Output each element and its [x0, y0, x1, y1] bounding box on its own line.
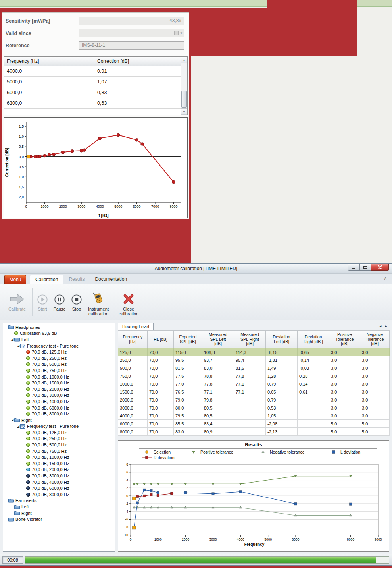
hearing-level-table: Frequency [Hz]HL [dB]Expected SPL [dB]Me… — [118, 330, 390, 436]
tree-item[interactable]: 70,0 dB, 8000,0 Hz — [3, 411, 115, 417]
sensitivity-field[interactable]: 43,89 — [79, 17, 184, 25]
hearing-row[interactable]: 250,070,095,593,795,4-1,81-0,143,03,0 — [118, 356, 390, 364]
red-backdrop-top — [267, 0, 357, 56]
menu-button[interactable]: Menu — [4, 275, 26, 284]
close-button[interactable] — [371, 264, 389, 271]
tree-item[interactable]: 70,0 dB, 1000,0 Hz — [3, 454, 115, 460]
expander-icon[interactable]: ◢ — [16, 425, 20, 428]
pause-button[interactable]: Pause — [52, 287, 67, 311]
calibrate-button[interactable]: Calibrate — [4, 287, 30, 311]
title-bar[interactable]: Audiometer calibration [TIME LIMITED] — [0, 264, 392, 274]
tree-item[interactable]: 70,0 dB, 4000,0 Hz — [3, 398, 115, 405]
minimize-button[interactable] — [348, 264, 359, 271]
tree-item[interactable]: 70,0 dB, 125,0 Hz — [3, 429, 115, 436]
instrument-calibration-button[interactable]: Instrument calibration — [85, 287, 111, 316]
correction-row[interactable]: 5000,01,07 — [4, 77, 181, 87]
tree-item[interactable]: Calibration 93,9 dB — [3, 330, 115, 337]
close-calibration-button[interactable]: Close calibration — [116, 287, 141, 316]
tree-item[interactable]: 70,0 dB, 750,0 Hz — [3, 448, 115, 454]
start-button[interactable]: Start — [35, 287, 50, 311]
reference-field[interactable]: IMS-8-11-1 — [79, 41, 184, 50]
expander-icon[interactable]: ◢ — [10, 418, 14, 422]
svg-text:Frequency: Frequency — [244, 542, 265, 547]
correction-row[interactable]: 6300,00,63 — [4, 98, 181, 109]
maximize-icon — [363, 266, 367, 269]
expander-icon[interactable]: ◢ — [16, 344, 20, 348]
screen: Sensitivity [mV/Pa] 43,89 Valid since 28… — [0, 0, 392, 568]
tree-item[interactable]: Right — [3, 510, 115, 516]
tree-item[interactable]: ◢Frequency test - Pure tone — [3, 423, 115, 430]
tree-item[interactable]: 70,0 dB, 3000,0 Hz — [3, 392, 115, 399]
hearing-row[interactable]: 750,070,077,578,877,81,280,283,03,0 — [118, 372, 390, 380]
date-dropdown-button[interactable]: ▾ — [169, 29, 184, 37]
hearing-col-header[interactable]: HL [dB] — [148, 331, 174, 348]
tree-item[interactable]: 70,0 dB, 750,0 Hz — [3, 367, 115, 374]
scroll-down-icon[interactable]: ▼ — [181, 108, 187, 115]
tree-item[interactable]: Headphones — [3, 324, 115, 330]
tree-item[interactable]: 70,0 dB, 1500,0 Hz — [3, 380, 115, 386]
tree-item[interactable]: Ear inserts — [3, 498, 115, 504]
toolbar-separator — [114, 288, 114, 316]
tree-item[interactable]: Left — [3, 504, 115, 510]
tree-item[interactable]: 70,0 dB, 250,0 Hz — [3, 436, 115, 442]
stop-button[interactable]: Stop — [69, 287, 84, 311]
hearing-col-header[interactable]: Negative Tolerance [dB] — [360, 331, 390, 348]
dot-dark-status-icon — [26, 480, 30, 484]
hearing-col-header[interactable]: Deviation Left [dB] — [266, 331, 298, 348]
tree-item[interactable]: 70,0 dB, 8000,0 Hz — [3, 491, 115, 498]
tree-item[interactable]: 70,0 dB, 2000,0 Hz — [3, 467, 115, 473]
correction-table-scrollbar[interactable]: ▲ ▼ — [181, 57, 187, 115]
hearing-col-header[interactable]: Frequency [Hz] — [118, 331, 148, 348]
tab-scroll-left-icon[interactable]: ◄ — [379, 325, 382, 328]
tree-item[interactable]: 70,0 dB, 4000,0 Hz — [3, 479, 115, 485]
tree-item[interactable]: 70,0 dB, 500,0 Hz — [3, 442, 115, 448]
tree-item[interactable]: 70,0 dB, 500,0 Hz — [3, 361, 115, 368]
correction-row[interactable]: 4000,00,91 — [4, 66, 181, 77]
tree-item[interactable]: Bone Vibrator — [3, 516, 115, 522]
expander-icon[interactable]: ◢ — [10, 338, 14, 341]
correction-row[interactable]: 6000,00,83 — [4, 87, 181, 98]
tree-item[interactable]: 70,0 dB, 2000,0 Hz — [3, 386, 115, 392]
tree-item[interactable]: 70,0 dB, 1500,0 Hz — [3, 460, 115, 467]
tree-item[interactable]: 70,0 dB, 125,0 Hz — [3, 349, 115, 355]
tree-item[interactable]: ◢Frequency test - Pure tone — [3, 343, 115, 349]
ribbon-collapse-icon[interactable]: ∧ — [384, 276, 387, 280]
correction-col-frequency[interactable]: Frequency [Hz] — [4, 57, 94, 66]
tree-item[interactable]: 70,0 dB, 3000,0 Hz — [3, 473, 115, 479]
correction-col-correction[interactable]: Correction [dB] — [94, 57, 181, 66]
hearing-col-header[interactable]: Deviation Right [dB ] — [298, 331, 329, 348]
correction-row[interactable] — [4, 109, 181, 115]
hearing-row[interactable]: 125,070,0115,0106,8114,3-8,15-0,653,03,0 — [118, 348, 390, 356]
valid-since-field[interactable]: 28. februar 2011 ▾ — [79, 29, 184, 37]
svg-text:3000: 3000 — [209, 537, 217, 541]
hearing-col-header[interactable]: Measured SPL Left [dB] — [202, 331, 234, 348]
hearing-row[interactable]: 1000,070,077,077,877,10,790,143,03,0 — [118, 380, 390, 388]
hearing-row[interactable]: 4000,070,079,580,51,053,03,0 — [118, 412, 390, 420]
tab-documentation[interactable]: Documentation — [90, 275, 132, 284]
hearing-row[interactable]: 1500,070,076,577,177,10,650,613,03,0 — [118, 388, 390, 396]
tree-item[interactable]: 70,0 dB, 6000,0 Hz — [3, 485, 115, 491]
tree-item[interactable]: 70,0 dB, 250,0 Hz — [3, 355, 115, 361]
hearing-col-header[interactable]: Measured SPL Right [dB] — [234, 331, 266, 348]
hearing-row[interactable]: 500,070,081,583,081,51,49-0,033,03,0 — [118, 364, 390, 372]
hearing-row[interactable]: 2000,070,079,079,80,793,03,0 — [118, 396, 390, 404]
elapsed-time: 00:08 — [2, 556, 23, 564]
tree-item[interactable]: ◢Right — [3, 417, 115, 423]
hearing-col-header[interactable]: Expected SPL [dB] — [174, 331, 202, 348]
hearing-row[interactable]: 8000,070,083,080,9-2,135,05,0 — [118, 428, 390, 436]
tree-panel: HeadphonesCalibration 93,9 dB◢Left◢Frequ… — [3, 323, 115, 552]
maximize-button[interactable] — [359, 264, 371, 271]
tab-results[interactable]: Results — [63, 275, 90, 284]
folder-icon — [8, 498, 14, 503]
tab-calibration[interactable]: Calibration — [30, 275, 63, 284]
tree-item[interactable]: 70,0 dB, 6000,0 Hz — [3, 405, 115, 411]
hearing-row[interactable]: 6000,070,085,583,4-2,085,05,0 — [118, 420, 390, 428]
tree-item[interactable]: 70,0 dB, 1000,0 Hz — [3, 374, 115, 380]
hearing-col-header[interactable]: Positive Tolerance [dB] — [329, 331, 360, 348]
tree-item[interactable]: ◢Left — [3, 336, 115, 343]
scrollbar-thumb[interactable] — [181, 91, 187, 108]
hearing-row[interactable]: 3000,070,080,080,50,533,03,0 — [118, 404, 390, 412]
scroll-up-icon[interactable]: ▲ — [181, 57, 187, 63]
tab-scroll-right-icon[interactable]: ► — [384, 325, 388, 328]
tab-hearing-level[interactable]: Hearing Level — [118, 323, 154, 330]
